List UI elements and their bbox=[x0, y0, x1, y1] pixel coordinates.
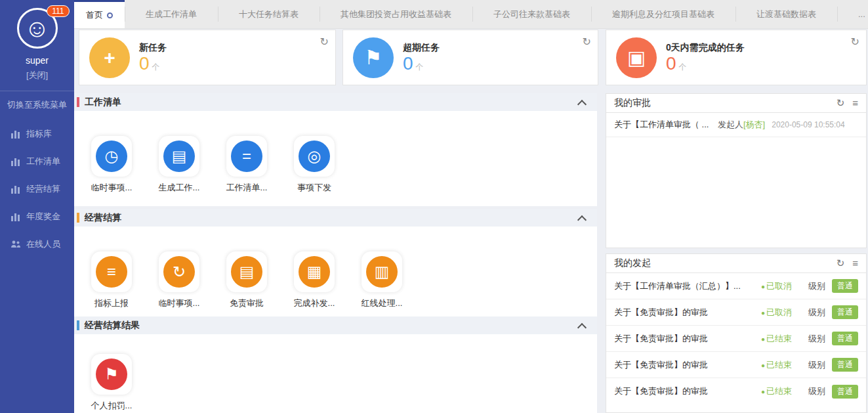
app-tile-work-list[interactable]: = 工作清单... bbox=[221, 136, 272, 194]
status-text: ●已取消 bbox=[761, 307, 808, 318]
main-content: ↻ + 新任务 0个 ↻ ⚑ 超期任务 0个 ↻ ▣ 0天内需完成的任务 0个 bbox=[74, 29, 868, 413]
originator-label: 发起人 bbox=[718, 119, 743, 131]
section-accent-bar bbox=[77, 213, 79, 223]
initiated-title: 关于【免责审批】的审批 bbox=[614, 359, 761, 371]
section-title: 经营结算 bbox=[85, 212, 121, 224]
section-business-settlement: 经营结算 ≡ 指标上报 ↻ 临时事项... ▤ 免责审批 ▦ 完成 bbox=[74, 209, 597, 316]
initiated-row[interactable]: 关于【免责审批】的审批 ●已结束 级别 普通 bbox=[606, 352, 866, 378]
tab-overdue-interest-dividend[interactable]: 逾期利息及分红项目基础表 bbox=[591, 0, 735, 28]
tile-label: 事项下发 bbox=[297, 182, 331, 194]
tab-subsidiary-transactions[interactable]: 子公司往来款基础表 bbox=[472, 0, 591, 28]
broadcast-target-icon: ◎ bbox=[299, 141, 330, 172]
app-tile-personal-penalty[interactable]: ⚑ 个人扣罚... bbox=[86, 354, 137, 412]
priority-badge: 普通 bbox=[832, 385, 858, 399]
approval-row[interactable]: 关于【工作清单审批（ ... 发起人 [杨杏] 2020-05-09 10:55… bbox=[606, 113, 866, 137]
refresh-icon[interactable]: ↻ bbox=[851, 35, 859, 48]
tab-other-group-investment[interactable]: 其他集团投资占用收益基础表 bbox=[320, 0, 472, 28]
report-chart-icon: ≡ bbox=[96, 256, 127, 288]
level-label: 级别 bbox=[808, 359, 825, 371]
initiated-row[interactable]: 关于【免责审批】的审批 ●已结束 级别 普通 bbox=[606, 326, 866, 352]
plus-icon: + bbox=[89, 37, 130, 78]
stat-card-overdue-tasks: ↻ ⚑ 超期任务 0个 bbox=[342, 30, 598, 85]
priority-badge: 普通 bbox=[832, 358, 858, 372]
initiated-row[interactable]: 关于【免责审批】的审批 ●已取消 级别 普通 bbox=[606, 299, 866, 326]
switch-system-menu[interactable]: 切换至系统菜单 bbox=[0, 91, 74, 119]
gauge-icon: ◷ bbox=[96, 141, 127, 172]
status-dot-icon: ● bbox=[761, 283, 765, 290]
status-text: ●已结束 bbox=[761, 385, 808, 397]
initiated-row[interactable]: 关于【免责审批】的审批 ●已结束 级别 普通 bbox=[606, 378, 866, 404]
section-accent-bar bbox=[77, 320, 79, 330]
document-lines-icon: ▥ bbox=[366, 256, 398, 288]
tile-label: 工作清单... bbox=[226, 182, 268, 194]
app-tile-temp-items-settle[interactable]: ↻ 临时事项... bbox=[154, 251, 205, 309]
app-tile-completion-reissue[interactable]: ▦ 完成补发... bbox=[289, 251, 340, 309]
app-tile-indicator-report[interactable]: ≡ 指标上报 bbox=[86, 251, 137, 309]
tab-more[interactable]: ... bbox=[837, 0, 868, 28]
panel-title: 我的审批 bbox=[614, 97, 651, 109]
sidebar-item-work-list[interactable]: 工作清单 bbox=[0, 148, 74, 175]
close-link[interactable]: [关闭] bbox=[0, 70, 74, 81]
chevron-up-icon[interactable] bbox=[579, 99, 585, 106]
priority-badge: 普通 bbox=[832, 279, 858, 293]
notification-badge[interactable]: 111 bbox=[47, 5, 69, 17]
gear-icon[interactable] bbox=[107, 12, 113, 18]
initiated-title: 关于【免责审批】的审批 bbox=[614, 385, 761, 397]
initiated-row[interactable]: 关于【工作清单审批（汇总）】... ●已取消 级别 普通 bbox=[606, 273, 866, 299]
approval-timestamp: 2020-05-09 10:55:04 bbox=[772, 120, 844, 129]
chart-icon bbox=[10, 129, 21, 139]
sidebar-item-label: 工作清单 bbox=[26, 156, 60, 167]
tab-ten-tasks-settlement[interactable]: 十大任务结算表 bbox=[218, 0, 320, 28]
status-text: ●已结束 bbox=[761, 333, 808, 345]
tile-label: 临时事项... bbox=[159, 297, 200, 309]
sidebar-menu: 指标库 工作清单 经营结算 年度奖金 在线人员 bbox=[0, 119, 74, 258]
refresh-icon[interactable]: ↻ bbox=[837, 257, 845, 269]
stat-value: 0 bbox=[403, 53, 413, 74]
sidebar-item-indicator-library[interactable]: 指标库 bbox=[0, 120, 74, 148]
chat-bubble-icon: = bbox=[231, 141, 262, 172]
podium-flag-icon: ⚑ bbox=[96, 359, 127, 390]
tile-label: 指标上报 bbox=[94, 297, 129, 309]
people-icon bbox=[10, 240, 21, 249]
app-tile-generate-work[interactable]: ▤ 生成工作... bbox=[154, 136, 205, 194]
initiated-title: 关于【免责审批】的审批 bbox=[614, 333, 761, 345]
originator-name: [杨杏] bbox=[743, 119, 765, 131]
username: super bbox=[0, 55, 74, 66]
sidebar-item-business-settlement[interactable]: 经营结算 bbox=[0, 175, 74, 203]
refresh-icon[interactable]: ↻ bbox=[837, 97, 845, 109]
sidebar-item-online-users[interactable]: 在线人员 bbox=[0, 230, 74, 258]
section-header: 经营结算 bbox=[74, 209, 597, 227]
hamburger-menu-icon[interactable]: ≡ bbox=[852, 257, 858, 269]
app-tile-exemption-approval[interactable]: ▤ 免责审批 bbox=[221, 251, 272, 309]
stat-title: 超期任务 bbox=[403, 42, 440, 54]
tile-label: 红线处理... bbox=[362, 297, 403, 309]
chevron-up-icon[interactable] bbox=[579, 322, 585, 329]
sidebar-item-annual-bonus[interactable]: 年度奖金 bbox=[0, 203, 74, 230]
status-dot-icon: ● bbox=[761, 362, 765, 369]
level-label: 级别 bbox=[808, 307, 825, 318]
tab-transfer-base-data[interactable]: 让渡基础数据表 bbox=[735, 0, 837, 28]
refresh-icon[interactable]: ↻ bbox=[320, 35, 329, 48]
tab-home[interactable]: 首页 bbox=[74, 0, 125, 28]
tile-label: 完成补发... bbox=[294, 297, 335, 309]
stat-unit: 个 bbox=[416, 62, 424, 72]
chart-icon bbox=[10, 212, 21, 221]
books-upload-icon: ▤ bbox=[163, 141, 195, 172]
app-tile-redline-handling[interactable]: ▥ 红线处理... bbox=[356, 251, 407, 309]
priority-badge: 普通 bbox=[832, 332, 858, 345]
tab-generate-work-list[interactable]: 生成工作清单 bbox=[125, 0, 218, 28]
app-tile-temp-items[interactable]: ◷ 临时事项... bbox=[86, 136, 137, 194]
status-text: ●已结束 bbox=[761, 359, 808, 371]
chart-icon bbox=[10, 157, 21, 166]
refresh-icon[interactable]: ↻ bbox=[583, 35, 591, 48]
panel-title: 我的发起 bbox=[614, 257, 651, 269]
hamburger-menu-icon[interactable]: ≡ bbox=[852, 97, 858, 109]
app-tile-item-dispatch[interactable]: ◎ 事项下发 bbox=[289, 136, 340, 194]
sidebar-item-label: 经营结算 bbox=[26, 183, 60, 195]
section-title: 经营结算结果 bbox=[85, 320, 140, 332]
chevron-up-icon[interactable] bbox=[579, 215, 585, 221]
level-label: 级别 bbox=[808, 333, 825, 345]
sidebar-item-label: 指标库 bbox=[26, 128, 52, 140]
initiated-title: 关于【工作清单审批（汇总）】... bbox=[614, 280, 761, 292]
tile-label: 个人扣罚... bbox=[91, 400, 133, 412]
